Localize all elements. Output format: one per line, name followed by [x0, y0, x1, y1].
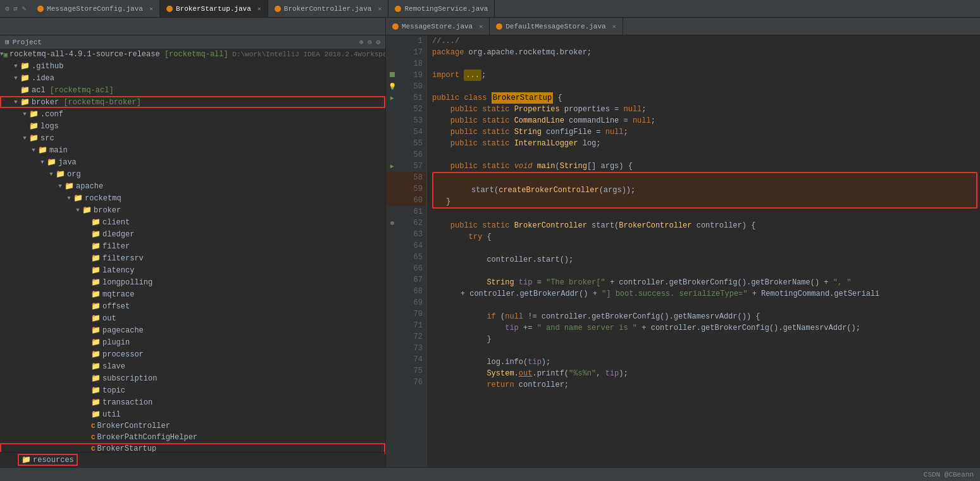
tab-label2: BrokerStartup.java	[176, 5, 251, 13]
tree-item-out[interactable]: 📁 out	[0, 312, 385, 324]
folder-icon: 📁	[91, 277, 101, 287]
tree-item-topic[interactable]: 📁 topic	[0, 384, 385, 396]
tree-item-idea[interactable]: 📁 .idea	[0, 72, 385, 84]
tree-item-broker-inner[interactable]: 📁 broker	[0, 204, 385, 216]
tree-item-dledger[interactable]: 📁 dledger	[0, 228, 385, 240]
project-icon: ⊞	[5, 38, 9, 46]
tab-BrokerController[interactable]: BrokerController.java ✕	[268, 0, 389, 17]
folder-icon: 📁	[47, 157, 56, 167]
tree-label: topic	[102, 386, 125, 395]
tree-item-main[interactable]: 📁 main	[0, 144, 385, 156]
import-collapsed: ...	[464, 70, 481, 81]
code-content[interactable]: //.../ package org.apache.rocketmq.broke…	[427, 35, 980, 467]
tree-label: .conf	[40, 110, 63, 119]
code-area: 1 17 18 19 💡	[386, 35, 980, 467]
arrow-icon	[11, 63, 20, 70]
tree-item-processor[interactable]: 📁 processor	[0, 348, 385, 360]
folder-icon: 📁	[91, 289, 101, 299]
line-num: 76	[399, 378, 426, 387]
folder-icon: 📁	[91, 410, 101, 419]
tree-item-util[interactable]: 📁 util	[0, 408, 385, 420]
tree-item-logs[interactable]: 📁 logs	[0, 120, 385, 132]
folder-icon: 📁	[20, 73, 30, 83]
tree-item-pagecache[interactable]: 📁 pagecache	[0, 324, 385, 336]
tree-item-resources[interactable]: 📁 resources	[0, 453, 385, 467]
tree-label: mqtrace	[102, 290, 134, 299]
code-line-69	[432, 300, 980, 311]
tab-close-icon3[interactable]: ✕	[378, 5, 381, 13]
tree-label: client	[102, 218, 130, 227]
code-line-66	[432, 265, 980, 277]
tree-item-github[interactable]: 📁 .github	[0, 60, 385, 72]
tree-item-org[interactable]: 📁 org	[0, 168, 385, 180]
tab-close-dms[interactable]: ✕	[612, 23, 616, 30]
tab-RemotingService[interactable]: RemotingService.java	[388, 0, 495, 17]
tree-item-rocketmq[interactable]: 📁 rocketmq	[0, 192, 385, 204]
tree-item-acl[interactable]: 📁 acl [rocketmq-acl]	[0, 84, 385, 96]
tree-item-rocketmq-all[interactable]: ▣ rocketmq-all-4.9.1-source-release [roc…	[0, 49, 385, 60]
folder-icon: 📁	[91, 398, 101, 407]
code-line-53: public static CommandLine commandLine = …	[432, 115, 980, 126]
line-num: 61	[399, 207, 426, 216]
gutter-line: 56	[386, 149, 426, 161]
tree-item-longpolling[interactable]: 📁 longpolling	[0, 276, 385, 288]
tab-bar-row2: MessageStore.java ✕ DefaultMessageStore.…	[0, 18, 980, 35]
tree-item-latency[interactable]: 📁 latency	[0, 264, 385, 276]
tab-DefaultMessageStore[interactable]: DefaultMessageStore.java ✕	[490, 18, 623, 35]
tree-label: broker	[94, 206, 121, 215]
tree-label: util	[102, 410, 121, 419]
line-num: 52	[399, 105, 426, 114]
tree-label: latency	[102, 266, 134, 275]
tree-item-BrokerController-file[interactable]: C BrokerController	[0, 420, 385, 432]
gutter-line: 66	[386, 263, 426, 274]
gutter-line: ▶ 57	[386, 161, 426, 172]
tree-item-java[interactable]: 📁 java	[0, 156, 385, 168]
tree-item-filter[interactable]: 📁 filter	[0, 240, 385, 252]
folder-icon: 📁	[91, 386, 101, 395]
code-line-56	[432, 149, 980, 161]
resources-highlighted: 📁 resources	[18, 454, 78, 466]
code-line-59: start(createBrokerController(args));	[433, 185, 976, 196]
code-line-71: tip += " and name server is " + controll…	[432, 322, 980, 334]
tab-label3: BrokerController.java	[284, 5, 372, 13]
tab-close-icon2[interactable]: ✕	[257, 5, 261, 13]
tab-MessageStoreConfig[interactable]: MessageStoreConfig.java ✕	[31, 0, 160, 17]
tab-icon-orange	[37, 6, 44, 12]
line-num: 63	[399, 230, 426, 239]
tree-item-conf[interactable]: 📁 .conf	[0, 108, 385, 120]
code-line-61	[432, 209, 980, 220]
tree-item-filtersrv[interactable]: 📁 filtersrv	[0, 252, 385, 264]
code-line-55: public static InternalLogger log;	[432, 138, 980, 149]
folder-icon: 📁	[29, 121, 39, 131]
folder-icon: 📁	[91, 326, 101, 335]
tree-item-broker[interactable]: 📁 broker [rocketmq-broker]	[0, 96, 385, 108]
tree-label: src	[40, 134, 54, 143]
tab-MessageStore[interactable]: MessageStore.java ✕	[386, 18, 490, 35]
code-line-54: public static String configFile = null;	[432, 126, 980, 138]
tab-close-icon[interactable]: ✕	[149, 5, 153, 13]
arrow-icon	[73, 207, 82, 214]
tab-BrokerStartup[interactable]: BrokerStartup.java ✕	[160, 0, 268, 17]
tree-item-slave[interactable]: 📁 slave	[0, 360, 385, 372]
tree-item-transaction[interactable]: 📁 transaction	[0, 396, 385, 408]
tree-item-mqtrace[interactable]: 📁 mqtrace	[0, 288, 385, 300]
tree-item-BrokerPathConfigHelper[interactable]: C BrokerPathConfigHelper	[0, 432, 385, 443]
tree-item-apache[interactable]: 📁 apache	[0, 180, 385, 192]
tree-item-plugin[interactable]: 📁 plugin	[0, 336, 385, 348]
tree-label: broker [rocketmq-broker]	[32, 98, 141, 107]
tab-close-ms[interactable]: ✕	[479, 23, 483, 30]
tree-item-src[interactable]: 📁 src	[0, 132, 385, 144]
tab-bar-left-icons: ⚙ ⇄ ✎	[0, 4, 31, 13]
tree-item-client[interactable]: 📁 client	[0, 216, 385, 228]
tab-label4: RemotingService.java	[404, 5, 488, 13]
line-num: 66	[399, 264, 426, 273]
arrow-icon	[47, 171, 56, 178]
line-num: 19	[399, 71, 426, 80]
tree-item-offset[interactable]: 📁 offset	[0, 300, 385, 312]
folder-icon: 📁	[20, 61, 30, 71]
line-num: 64	[399, 241, 426, 250]
tree-item-subscription[interactable]: 📁 subscription	[0, 372, 385, 384]
arrow-icon	[20, 135, 29, 142]
folder-icon: 📁	[91, 265, 101, 275]
code-text: //.../	[432, 35, 459, 47]
